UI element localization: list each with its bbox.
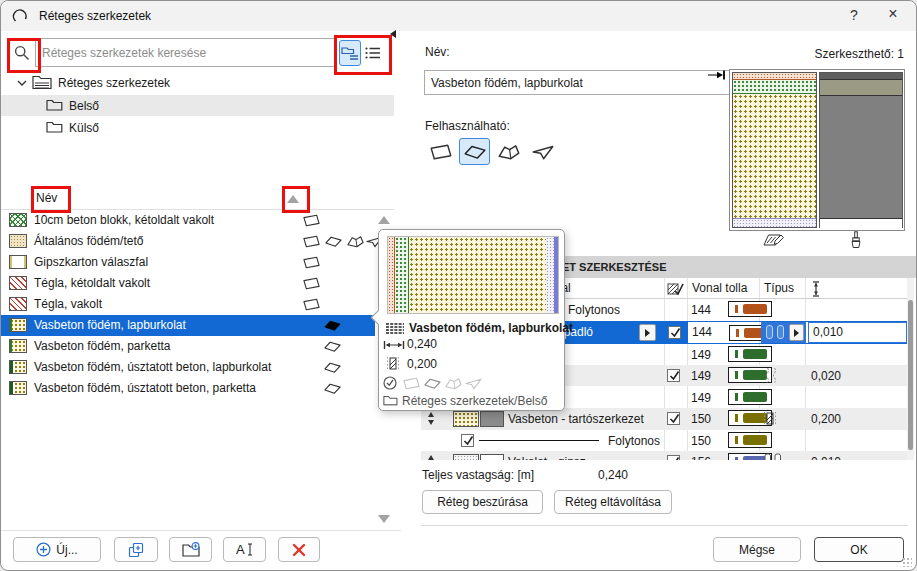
- tree-root-row[interactable]: Réteges szerkezetek: [1, 72, 394, 93]
- skin-name: Vakolat - gipsz: [508, 455, 586, 460]
- thickness-field[interactable]: 0,010: [808, 322, 907, 343]
- pen-color-swatch[interactable]: [728, 346, 772, 362]
- footer-separator: [1, 530, 401, 531]
- list-item-label: Tégla, vakolt: [34, 297, 102, 311]
- folder-plus-icon: [182, 542, 200, 557]
- rename-icon: [235, 542, 255, 557]
- list-item-selected[interactable]: Vasbeton födém, lapburkolat: [1, 315, 375, 336]
- shell-icon: [465, 377, 482, 390]
- folder-icon: [46, 120, 63, 133]
- pen-color-swatch[interactable]: [728, 389, 772, 405]
- line-sample: [479, 440, 599, 441]
- scrollbar-thumb[interactable]: [908, 300, 913, 450]
- close-button[interactable]: ×: [880, 5, 906, 23]
- list-item[interactable]: Vasbeton födém, úsztatott beton, lapburk…: [1, 357, 375, 378]
- scroll-down-icon[interactable]: [378, 515, 390, 523]
- type-cell[interactable]: [761, 322, 806, 343]
- dialog-title: Réteges szerkezetek: [39, 9, 151, 23]
- pen-color-swatch[interactable]: [728, 432, 772, 448]
- line-checkbox[interactable]: [667, 412, 680, 425]
- help-button[interactable]: ?: [841, 7, 867, 25]
- search-input[interactable]: [35, 38, 337, 67]
- type-core-icon: [763, 411, 777, 426]
- resize-grip[interactable]: [902, 557, 912, 567]
- tree-view-toggle[interactable]: [339, 40, 361, 66]
- wall-icon: [303, 214, 320, 227]
- list-item[interactable]: Általános födém/tető: [1, 231, 375, 252]
- new-folder-button[interactable]: [169, 537, 212, 562]
- col-type-header: Típus: [764, 281, 794, 295]
- fill-swatch: [9, 213, 27, 227]
- list-item-label: Vasbeton födém, parketta: [34, 339, 171, 353]
- pen-number: 150: [691, 412, 711, 426]
- line-checkbox[interactable]: [667, 455, 680, 460]
- fill-pen-icon[interactable]: [763, 232, 785, 248]
- check-circle-icon: [383, 376, 397, 390]
- line-checkbox[interactable]: [667, 369, 680, 382]
- list-item-label: 10cm beton blokk, kétoldalt vakolt: [34, 213, 214, 227]
- ok-button[interactable]: OK: [814, 537, 904, 562]
- sort-ascending-icon[interactable]: [287, 195, 299, 203]
- dialog-arc-icon: [12, 8, 29, 25]
- skin-row[interactable]: Vakolat - gipsz 156 0,010: [421, 451, 914, 460]
- drag-handle-icon[interactable]: [427, 412, 435, 425]
- fill-pattern-swatch: [453, 411, 479, 427]
- fill-swatch: [9, 339, 27, 353]
- preview-section-cut: [732, 72, 817, 228]
- line-show-checkbox[interactable]: [461, 434, 474, 447]
- composite-preview[interactable]: [729, 69, 905, 231]
- list-item-label: Vasbeton födém, úsztatott beton, lapburk…: [34, 360, 271, 374]
- roof-icon: [445, 377, 462, 390]
- pen-color-swatch[interactable]: [728, 301, 772, 317]
- list-item[interactable]: 10cm beton blokk, kétoldalt vakolt: [1, 210, 375, 231]
- separator-row[interactable]: Folytonos 150: [421, 430, 914, 451]
- list-header[interactable]: Név: [1, 188, 394, 210]
- shell-icon: [532, 144, 554, 160]
- wall-icon: [403, 377, 420, 390]
- title-bar[interactable]: Réteges szerkezetek ? ×: [1, 1, 916, 31]
- insert-layer-button[interactable]: Réteg beszúrása: [422, 490, 543, 514]
- folder-icon: [383, 394, 398, 406]
- scroll-up-icon[interactable]: [378, 216, 390, 224]
- splitter-collapse-icon[interactable]: [390, 30, 396, 38]
- list-item-label: Gipszkarton válaszfal: [34, 255, 148, 269]
- type-dropdown-button[interactable]: [789, 324, 804, 341]
- table-scrollbar[interactable]: [907, 278, 914, 460]
- skin-expand-button[interactable]: [639, 324, 656, 341]
- paintbrush-icon[interactable]: [849, 231, 863, 249]
- list-item[interactable]: Gipszkarton válaszfal: [1, 252, 375, 273]
- duplicate-button[interactable]: [114, 537, 158, 562]
- plus-circle-icon: [36, 542, 51, 557]
- slab-icon: [324, 361, 341, 374]
- use-slab-toggle[interactable]: [459, 138, 490, 165]
- tree-item-belso[interactable]: Belső: [1, 95, 394, 116]
- skin-row[interactable]: Vasbeton - tartószerkezet 150 0,200: [421, 408, 914, 430]
- remove-layer-button[interactable]: Réteg eltávolítása: [554, 490, 672, 514]
- line-checkbox[interactable]: [668, 326, 681, 339]
- tree-root-label: Réteges szerkezetek: [58, 76, 170, 90]
- duplicate-icon: [128, 542, 144, 558]
- use-shell-toggle[interactable]: [527, 138, 558, 165]
- list-item[interactable]: Vasbeton födém, úsztatott beton, parkett…: [1, 378, 375, 399]
- pen-number: 150: [691, 434, 711, 448]
- list-view-toggle[interactable]: [362, 40, 384, 66]
- delete-button[interactable]: [278, 537, 320, 562]
- list-item[interactable]: Tégla, kétoldalt vakolt: [1, 273, 375, 294]
- new-button[interactable]: Új...: [13, 537, 101, 562]
- list-item[interactable]: Tégla, vakolt: [1, 294, 375, 315]
- cancel-button[interactable]: Mégse: [713, 537, 801, 562]
- drag-handle-icon[interactable]: [427, 455, 435, 460]
- use-wall-toggle[interactable]: [425, 138, 456, 165]
- slab-icon: [325, 235, 342, 248]
- wall-icon: [303, 298, 320, 311]
- tree-item-kulso[interactable]: Külső: [1, 117, 394, 138]
- use-roof-toggle[interactable]: [493, 138, 524, 165]
- list-item[interactable]: Vasbeton födém, parketta: [1, 336, 375, 357]
- search-icon: [14, 45, 30, 61]
- rename-button[interactable]: [223, 537, 266, 562]
- list-header-name[interactable]: Név: [36, 191, 57, 205]
- thickness-value: 0,010: [811, 455, 841, 460]
- new-button-label: Új...: [56, 543, 77, 557]
- pen-number: 149: [691, 391, 711, 405]
- type-finish-icon: [763, 453, 783, 460]
